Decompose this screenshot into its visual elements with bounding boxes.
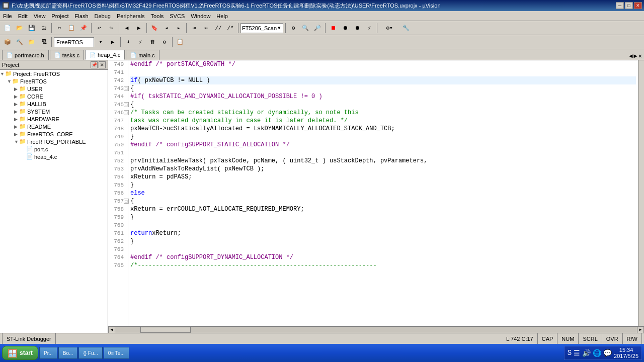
- comment-button[interactable]: //: [213, 23, 224, 34]
- tree-toggle-user[interactable]: ▶: [14, 86, 19, 92]
- menu-item-peripherals[interactable]: Peripherals: [114, 12, 148, 20]
- taskbar-btn-pr[interactable]: Pr...: [39, 347, 57, 359]
- tree-toggle-hardware[interactable]: ▶: [14, 117, 19, 122]
- indent-button[interactable]: ⇥: [189, 23, 200, 34]
- tb2-settings2-btn[interactable]: ⚙: [159, 37, 170, 48]
- file-tab-tasks-c[interactable]: 📄tasks.c: [50, 50, 84, 60]
- save-all-button[interactable]: 🗂: [38, 23, 49, 34]
- file-tab-main-c[interactable]: 📄main.c: [126, 50, 159, 60]
- menu-item-tools[interactable]: Tools: [148, 12, 167, 20]
- uncomment-button[interactable]: /*: [225, 23, 236, 34]
- tree-item-root[interactable]: ▼📁Project: FreeRTOS: [0, 70, 108, 77]
- open-button[interactable]: 📂: [14, 23, 25, 34]
- menu-item-edit[interactable]: Edit: [15, 12, 31, 20]
- redo-button[interactable]: ↪: [106, 23, 117, 34]
- bookmark-next-button[interactable]: ▸: [173, 23, 184, 34]
- tb2-btn1[interactable]: 📦: [2, 37, 13, 48]
- project-close-button[interactable]: ✕: [99, 61, 106, 68]
- tree-item-core[interactable]: ▶📁CORE: [0, 93, 108, 100]
- tb2-btn3[interactable]: 📁: [26, 37, 37, 48]
- bookmark-button[interactable]: 🔖: [149, 23, 160, 34]
- vertical-scrollbar[interactable]: [638, 60, 644, 326]
- goto-line-button[interactable]: 🔍: [300, 23, 311, 34]
- fold-indicator-746[interactable]: □: [124, 110, 129, 115]
- close-button[interactable]: ✕: [634, 2, 642, 9]
- menu-item-svcs[interactable]: SVCS: [167, 12, 188, 20]
- taskbar-btn-fu[interactable]: {} Fu...: [78, 347, 102, 359]
- tree-item-port_c[interactable]: 📄port.c: [0, 145, 108, 153]
- system-clock[interactable]: 15:34 2017/5/25: [614, 347, 638, 359]
- tree-toggle-freeRtos_core[interactable]: ▶: [14, 132, 19, 137]
- menu-item-window[interactable]: Window: [188, 12, 213, 20]
- tb2-erase-btn[interactable]: 🗑: [147, 37, 158, 48]
- tree-toggle-readme[interactable]: ▶: [14, 124, 19, 129]
- cut-button[interactable]: ✂: [54, 23, 65, 34]
- menu-item-file[interactable]: File: [0, 12, 15, 20]
- new-button[interactable]: 📄: [2, 23, 13, 34]
- tree-item-freeRtos_portable[interactable]: ▼📁FreeRTOS_PORTABLE: [0, 138, 108, 145]
- bookmark-prev-button[interactable]: ◂: [161, 23, 172, 34]
- debug-stop-button[interactable]: ⏹: [328, 23, 339, 34]
- tree-toggle-freeRtos_portable[interactable]: ▼: [14, 139, 19, 144]
- unindent-button[interactable]: ⇤: [201, 23, 212, 34]
- hscroll-left-button[interactable]: ◀: [108, 326, 115, 333]
- menu-item-debug[interactable]: Debug: [92, 12, 114, 20]
- tb2-btn2[interactable]: 🔨: [14, 37, 25, 48]
- file-tab-portmacro-h[interactable]: 📄portmacro.h: [2, 50, 49, 60]
- tab-scroll-right-icon[interactable]: ▶: [634, 52, 637, 60]
- freertos-dropdown-btn[interactable]: ▾: [95, 37, 106, 48]
- debug-btn4[interactable]: ⚡: [364, 23, 375, 34]
- project-pin-button[interactable]: 📌: [91, 61, 98, 68]
- tree-toggle-freertos[interactable]: ▼: [7, 79, 12, 84]
- tree-toggle-hallib[interactable]: ▶: [14, 102, 19, 107]
- tree-item-user[interactable]: ▶📁USER: [0, 85, 108, 93]
- undo-button[interactable]: ↩: [94, 23, 105, 34]
- file-tab-heap_4-c[interactable]: 📄heap_4.c: [85, 50, 125, 60]
- tools-button[interactable]: 🔧: [400, 23, 412, 34]
- start-button[interactable]: 🪟 start: [2, 346, 38, 360]
- code-content[interactable]: #endif /* portSTACK_GROWTH */ if( pxNewT…: [128, 60, 638, 326]
- tb2-flash-btn[interactable]: ⚡: [135, 37, 146, 48]
- function-dropdown[interactable]: FT5206_Scan ▾: [240, 23, 283, 33]
- debug-btn2[interactable]: ⏺: [340, 23, 351, 34]
- paste-button[interactable]: 📌: [78, 23, 89, 34]
- forward-button[interactable]: ▶: [133, 23, 144, 34]
- close-tab-icon[interactable]: ✕: [638, 52, 642, 60]
- freertos-input[interactable]: [54, 37, 94, 47]
- tree-toggle-core[interactable]: ▶: [14, 94, 19, 99]
- tb2-run-btn[interactable]: ▶: [107, 37, 118, 48]
- tree-toggle-system[interactable]: ▶: [14, 109, 19, 114]
- minimize-button[interactable]: ─: [616, 2, 624, 9]
- back-button[interactable]: ◀: [121, 23, 132, 34]
- save-button[interactable]: 💾: [26, 23, 37, 34]
- tb2-extra-btn[interactable]: 📋: [175, 37, 186, 48]
- taskbar-btn-te[interactable]: 0≡ Te...: [104, 347, 129, 359]
- match-bracket-button[interactable]: 🔎: [312, 23, 323, 34]
- tree-item-freeRtos_core[interactable]: ▶📁FreeRTOS_CORE: [0, 130, 108, 138]
- tree-toggle-root[interactable]: ▼: [0, 71, 5, 76]
- hscroll-thumb[interactable]: [140, 327, 191, 333]
- fold-indicator-743[interactable]: □: [124, 86, 129, 91]
- find-in-files-button[interactable]: ⚙: [288, 23, 299, 34]
- menu-item-help[interactable]: Help: [213, 12, 231, 20]
- fold-indicator-757[interactable]: □: [124, 199, 129, 204]
- hscroll-right-button[interactable]: ▶: [637, 326, 644, 333]
- tab-scroll-left-icon[interactable]: ◀: [629, 52, 632, 60]
- tree-item-freertos[interactable]: ▼📁FreeRTOS: [0, 77, 108, 85]
- settings-button[interactable]: ⚙▾: [379, 23, 399, 34]
- tree-item-heap_4[interactable]: 📄heap_4.c: [0, 153, 108, 160]
- tb2-btn4[interactable]: 🏗: [38, 37, 49, 48]
- tree-item-readme[interactable]: ▶📁README: [0, 123, 108, 130]
- horizontal-scrollbar[interactable]: ◀ ▶: [108, 326, 644, 333]
- copy-button[interactable]: 📋: [66, 23, 77, 34]
- tree-item-hardware[interactable]: ▶📁HARDWARE: [0, 115, 108, 123]
- hscroll-track[interactable]: [115, 326, 637, 333]
- menu-item-flash[interactable]: Flash: [72, 12, 92, 20]
- code-scroll[interactable]: 740741742743□744745□746□7477487497507517…: [108, 60, 644, 326]
- tree-item-hallib[interactable]: ▶📁HALLIB: [0, 100, 108, 108]
- maximize-button[interactable]: □: [625, 2, 633, 9]
- taskbar-btn-bo[interactable]: Bo...: [58, 347, 78, 359]
- debug-btn3[interactable]: ⏺: [352, 23, 363, 34]
- tree-item-system[interactable]: ▶📁SYSTEM: [0, 108, 108, 115]
- tb2-load-btn[interactable]: ⬇: [123, 37, 134, 48]
